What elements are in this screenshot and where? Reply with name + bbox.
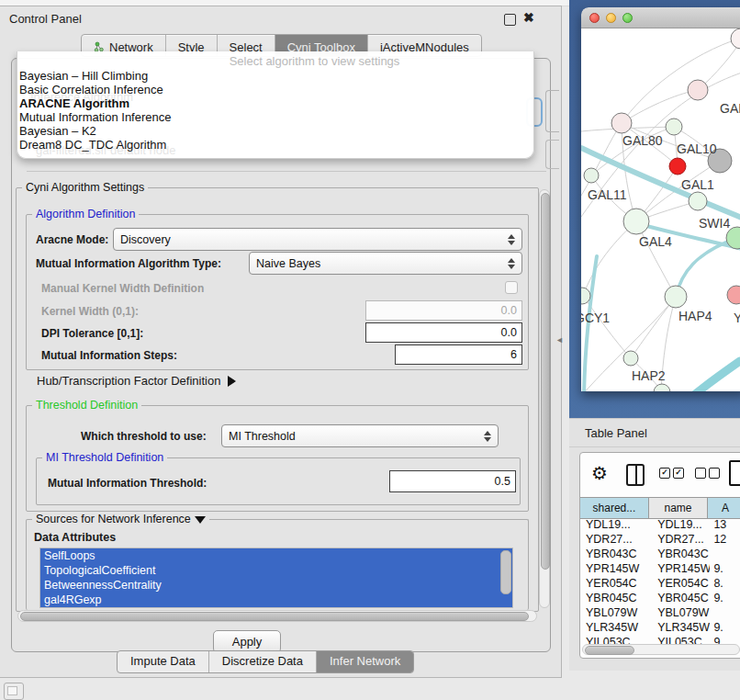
sources-group: Sources for Network Inference Data Attri… [26, 519, 529, 610]
table-row[interactable]: YPR145WYPR145W9. [580, 561, 740, 576]
tab-infer-network-label: Infer Network [330, 654, 400, 668]
column-layout-icon[interactable] [626, 464, 645, 486]
table-row[interactable]: YDL19...YDL19...13 [580, 517, 740, 532]
table-panel: ⚙ ✓ ✓ shared... name A YDL19...YDL19...1… [569, 447, 740, 671]
table-row[interactable]: YDR27...YDR27...12 [580, 532, 740, 547]
table-row[interactable]: YBL079WYBL079W [580, 605, 740, 620]
list-item[interactable]: gal4RGexp [40, 593, 512, 607]
cell: 9. [710, 620, 740, 635]
mi-threshold-label: Mutual Information Threshold: [48, 477, 207, 490]
table-row[interactable]: YLR345WYLR345W9. [580, 620, 740, 635]
mi-threshold-field[interactable]: 0.5 [389, 470, 516, 492]
which-threshold-select[interactable]: MI Threshold [221, 424, 499, 447]
list-item[interactable]: BetweennessCentrality [40, 578, 512, 593]
table-row[interactable]: YER054CYER054C8. [580, 576, 740, 591]
tab-impute-data[interactable]: Impute Data [118, 651, 209, 672]
tab-discretize-data[interactable]: Discretize Data [209, 651, 317, 672]
splitter-collapse-arrow[interactable]: ◄ [555, 335, 564, 344]
node-gal11[interactable] [584, 168, 599, 183]
gear-icon[interactable]: ⚙ [591, 464, 608, 482]
settings-vertical-scrollbar-thumb[interactable] [541, 193, 550, 570]
dropdown-item[interactable]: Bayesian – Hill Climbing [19, 69, 148, 83]
cyni-algorithm-settings-title: Cyni Algorithm Settings [22, 181, 148, 194]
list-item[interactable]: SelfLoops [40, 548, 512, 563]
settings-horizontal-scrollbar-thumb[interactable] [20, 612, 529, 621]
table-horizontal-scrollbar[interactable] [582, 644, 740, 655]
mi-algorithm-type-label: Mutual Information Algorithm Type: [36, 257, 221, 270]
hub-tf-definition-toggle[interactable]: Hub/Transcription Factor Definition [37, 374, 236, 388]
cyni-algorithm-settings-group: Cyni Algorithm Settings Algorithm Defini… [16, 187, 539, 612]
network-window: GAL7 GAL80 GAL10 GAL1 GAL11 SWI4 GAL4 GC… [581, 7, 740, 391]
cell: YDR27... [650, 532, 710, 547]
node-salmon[interactable] [727, 286, 740, 304]
cell: YLR345W [650, 620, 710, 635]
node-hap2[interactable] [623, 351, 638, 366]
mi-algorithm-type-select[interactable]: Naive Bayes [249, 252, 522, 275]
aracne-mode-value: Discovery [120, 233, 171, 246]
algorithm-dropdown-placeholder: Select algorithm to view settings [17, 54, 533, 68]
aracne-mode-select[interactable]: Discovery [113, 228, 522, 251]
dock-panel-icon[interactable] [4, 683, 24, 700]
dropdown-item[interactable]: Mutual Information Inference [19, 110, 171, 124]
cell: YER054C [650, 576, 710, 591]
close-icon[interactable]: ✖ [523, 10, 534, 25]
node-top-right[interactable] [731, 28, 740, 49]
node-gal4[interactable] [623, 209, 649, 234]
kernel-width-label: Kernel Width (0,1): [41, 305, 139, 318]
list-item[interactable]: TopologicalCoefficient [40, 563, 512, 578]
dpi-tolerance-field[interactable]: 0.0 [365, 322, 522, 343]
unchecked-checkbox-icon[interactable] [709, 468, 720, 479]
float-window-icon[interactable] [504, 14, 516, 26]
data-attributes-list: SelfLoops TopologicalCoefficient Between… [39, 548, 513, 608]
unchecked-checkbox-icon[interactable] [695, 468, 706, 479]
checked-checkbox-icon[interactable]: ✓ [673, 468, 684, 479]
list-scrollbar[interactable] [500, 550, 511, 594]
tab-infer-network[interactable]: Infer Network [317, 651, 413, 672]
document-icon[interactable] [729, 460, 740, 486]
algorithm-dropdown: Select algorithm to view settings Infere… [17, 51, 534, 159]
settings-horizontal-scrollbar[interactable] [17, 610, 537, 622]
column-header-name[interactable]: name [649, 498, 708, 518]
cell: 8. [710, 576, 740, 591]
kernel-width-field[interactable]: 0.0 [365, 300, 522, 321]
disclosure-down-icon [195, 516, 206, 524]
mi-threshold-definition-group: MI Threshold Definition Mutual Informati… [36, 457, 521, 505]
mi-threshold-value: 0.5 [495, 475, 510, 488]
stepper-arrows-icon [508, 258, 515, 269]
node-gal7[interactable] [688, 80, 708, 100]
column-header-third[interactable]: A [708, 498, 740, 518]
manual-kernel-width-checkbox[interactable] [505, 281, 518, 294]
network-window-titlebar[interactable] [581, 7, 740, 28]
column-header-shared-name[interactable]: shared... [580, 498, 649, 518]
node-hap4[interactable] [665, 286, 687, 308]
minimize-traffic-light-icon[interactable] [606, 13, 616, 23]
mi-steps-field[interactable]: 6 [395, 344, 522, 365]
zoom-traffic-light-icon[interactable] [622, 13, 633, 23]
table-horizontal-scrollbar-thumb[interactable] [585, 646, 634, 655]
table-header-row: shared... name A [580, 497, 740, 519]
cell: YBR043C [650, 547, 710, 561]
node-gal10[interactable] [666, 119, 682, 135]
table-row[interactable]: YBR043CYBR043C [580, 547, 740, 561]
checked-checkbox-icon[interactable]: ✓ [659, 468, 670, 479]
node-gal1[interactable] [689, 192, 707, 210]
dropdown-item[interactable]: Basic Correlation Inference [19, 83, 163, 96]
close-traffic-light-icon[interactable] [589, 13, 600, 23]
cell: YDR27... [580, 532, 650, 547]
hidden-panel-fragment [545, 140, 559, 169]
settings-vertical-scrollbar[interactable] [539, 189, 550, 608]
dropdown-item[interactable]: Dream8 DC_TDC Algorithm [19, 138, 166, 152]
node-gal80[interactable] [611, 113, 632, 133]
kernel-width-value: 0.0 [501, 304, 517, 317]
sources-title[interactable]: Sources for Network Inference [32, 513, 209, 525]
hidden-panel-fragment [545, 90, 559, 132]
dropdown-item-selected[interactable]: ARACNE Algorithm [19, 96, 129, 110]
dropdown-item[interactable]: Bayesian – K2 [19, 124, 96, 138]
network-view-frame: GAL7 GAL80 GAL10 GAL1 GAL11 SWI4 GAL4 GC… [569, 0, 740, 419]
cell: 13 [710, 517, 740, 532]
dpi-tolerance-label: DPI Tolerance [0,1]: [41, 327, 143, 340]
node-bottom[interactable] [654, 384, 670, 391]
network-canvas[interactable]: GAL7 GAL80 GAL10 GAL1 GAL11 SWI4 GAL4 GC… [581, 28, 740, 391]
table-row[interactable]: YBR045CYBR045C9. [580, 591, 740, 605]
node-red-selected[interactable] [669, 158, 686, 175]
